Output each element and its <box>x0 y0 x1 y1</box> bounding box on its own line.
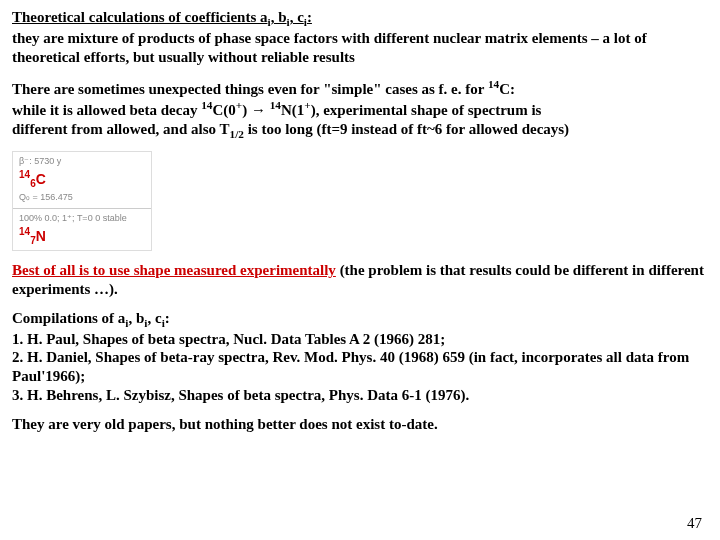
text: : <box>165 310 170 326</box>
sup-14: 14 <box>270 99 281 111</box>
paragraph-example: There are sometimes unexpected things ev… <box>12 77 708 142</box>
element-symbol: N <box>36 227 46 243</box>
sup-14: 14 <box>201 99 212 111</box>
reference-1: 1. H. Paul, Shapes of beta spectra, Nucl… <box>12 331 445 347</box>
text: is too long (ft=9 instead of ft~6 for al… <box>244 121 569 137</box>
text: Compilations of a <box>12 310 125 326</box>
paragraph-compilations: Compilations of ai, bi, ci: 1. H. Paul, … <box>12 309 708 405</box>
figure-nuclide-top: 146C <box>19 169 145 191</box>
heading-text: : <box>307 9 312 25</box>
text: , b <box>128 310 144 326</box>
heading-body: they are mixture of products of phase sp… <box>12 30 647 65</box>
mass-number: 14 <box>19 169 30 180</box>
text: different from allowed, and also T <box>12 121 230 137</box>
sup-14: 14 <box>488 78 499 90</box>
decay-scheme-figure: β⁻: 5730 y 146C Q₀ = 156.475 100% 0.0; 1… <box>12 151 152 251</box>
reference-3: 3. H. Behrens, L. Szybisz, Shapes of bet… <box>12 387 469 403</box>
sub-half: 1/2 <box>230 128 244 140</box>
paragraph-closing: They are very old papers, but nothing be… <box>12 415 708 434</box>
heading-text: , c <box>290 9 304 25</box>
figure-bottom-caption: 100% 0.0; 1⁺; T=0 0 stable <box>19 213 145 224</box>
figure-top-caption: β⁻: 5730 y <box>19 156 145 167</box>
heading-text: Theoretical calculations of coefficients… <box>12 9 268 25</box>
text: , c <box>147 310 161 326</box>
paragraph-best: Best of all is to use shape measured exp… <box>12 261 708 299</box>
page-number: 47 <box>687 515 702 532</box>
text: C: <box>499 81 515 97</box>
text: C(0 <box>212 102 235 118</box>
figure-nuclide-bottom: 147N <box>19 226 145 248</box>
text: ), experimental shape of spectrum is <box>311 102 542 118</box>
arrow-icon: → <box>251 101 266 118</box>
text: ) <box>242 102 251 118</box>
heading-underline: Theoretical calculations of coefficients… <box>12 9 312 25</box>
figure-divider <box>13 208 151 209</box>
text: There are sometimes unexpected things ev… <box>12 81 488 97</box>
paragraph-heading: Theoretical calculations of coefficients… <box>12 8 708 67</box>
mass-number: 14 <box>19 226 30 237</box>
emphasis-text: Best of all is to use shape measured exp… <box>12 262 336 278</box>
element-symbol: C <box>36 171 46 187</box>
figure-q-value: Q₀ = 156.475 <box>19 192 145 203</box>
text: N(1 <box>281 102 304 118</box>
text: while it is allowed beta decay <box>12 102 201 118</box>
heading-text: , b <box>271 9 287 25</box>
reference-2: 2. H. Daniel, Shapes of beta-ray spectra… <box>12 349 689 384</box>
page-content: Theoretical calculations of coefficients… <box>0 0 720 451</box>
